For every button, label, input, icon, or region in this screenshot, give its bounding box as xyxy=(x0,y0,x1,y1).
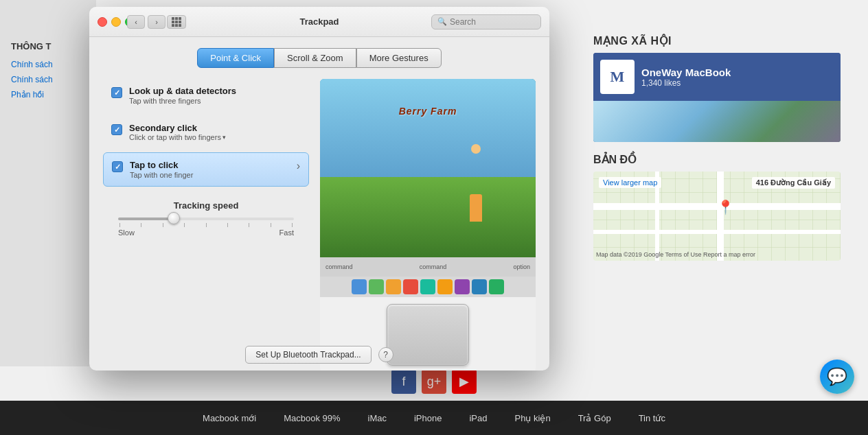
search-input[interactable] xyxy=(450,17,532,27)
option-lookup-title: Look up & data detectors xyxy=(129,86,236,96)
forward-arrow[interactable]: › xyxy=(148,15,165,29)
option-lookup-text: Look up & data detectors Tap with three … xyxy=(129,86,236,105)
slider-labels: Slow Fast xyxy=(118,228,294,237)
slider-thumb[interactable] xyxy=(168,212,180,224)
slider-slow-label: Slow xyxy=(118,228,135,237)
facebook-icon-button[interactable]: f xyxy=(391,369,416,394)
facebook-logo: M xyxy=(600,60,635,94)
map-pin: 📍 xyxy=(717,199,734,215)
footer-link-macbook-99[interactable]: Macbook 99% xyxy=(284,413,340,423)
checkbox-secondary[interactable]: ✓ xyxy=(111,124,122,135)
option-secondary-title: Secondary click xyxy=(129,123,226,133)
dock-icon-4 xyxy=(403,279,418,294)
tracking-section: Tracking speed xyxy=(103,200,309,237)
footer-link-macbook-moi[interactable]: Macbook mới xyxy=(203,413,256,423)
tab-point-click[interactable]: Point & Click xyxy=(197,48,274,68)
social-icons-strip: f g+ ▶ xyxy=(391,369,477,394)
tracking-label: Tracking speed xyxy=(111,200,301,211)
preview-menubar: command command option xyxy=(320,257,536,277)
sidebar-link-1[interactable]: Chính sách xyxy=(11,60,85,69)
option-tap-title: Tap to click xyxy=(130,160,193,170)
map-road-vertical xyxy=(717,172,724,261)
footer-link-iphone[interactable]: iPhone xyxy=(414,413,442,423)
option-lookup[interactable]: ✓ Look up & data detectors Tap with thre… xyxy=(103,79,309,112)
nav-arrows: ‹ › xyxy=(127,15,165,29)
checkbox-tap[interactable]: ✓ xyxy=(112,161,123,172)
option-tap-text: Tap to click Tap with one finger xyxy=(130,160,193,179)
dock-icon-3 xyxy=(386,279,401,294)
footer-link-ipad[interactable]: iPad xyxy=(469,413,487,423)
preview-dock xyxy=(320,277,536,297)
sidebar-link-2[interactable]: Chính sách xyxy=(11,75,85,84)
option-arrow-indicator: › xyxy=(297,160,300,172)
chevron-icon: ▾ xyxy=(222,134,226,141)
facebook-cover-photo xyxy=(593,101,841,142)
menu-command-right: command xyxy=(420,263,447,270)
trackpad-window: ‹ › Trackpad 🔍 Point & Click Scroll & Zo… xyxy=(89,7,549,371)
dock-icon-1 xyxy=(352,279,367,294)
close-button[interactable] xyxy=(98,17,107,27)
facebook-likes: 1,340 likes xyxy=(641,78,731,88)
window-title: Trackpad xyxy=(299,16,339,27)
search-bar[interactable]: 🔍 xyxy=(431,14,541,30)
berry-farm-text: Berry Farm xyxy=(399,106,457,117)
map-section-title: BẢN ĐỒ xyxy=(593,153,854,166)
facebook-info: OneWay MacBook 1,340 likes xyxy=(641,67,731,88)
option-secondary-desc[interactable]: Click or tap with two fingers ▾ xyxy=(129,133,226,141)
messenger-button[interactable]: 💬 xyxy=(820,360,854,394)
footer-link-phu-kien[interactable]: Phụ kiện xyxy=(515,413,551,423)
youtube-icon-button[interactable]: ▶ xyxy=(452,369,477,394)
back-arrow[interactable]: ‹ xyxy=(127,15,145,29)
search-icon: 🔍 xyxy=(437,17,447,26)
dock-icon-7 xyxy=(455,279,470,294)
content-area: ✓ Look up & data detectors Tap with thre… xyxy=(103,79,536,371)
map-address: 416 Đường Cầu Giấy xyxy=(752,177,835,189)
facebook-box[interactable]: M OneWay MacBook 1,340 likes 👍 Like Page… xyxy=(593,53,841,142)
dock-icon-5 xyxy=(420,279,435,294)
minimize-button[interactable] xyxy=(111,17,121,27)
tabs-container: Point & Click Scroll & Zoom More Gesture… xyxy=(103,48,536,68)
dock-icon-2 xyxy=(369,279,384,294)
option-secondary-click[interactable]: ✓ Secondary click Click or tap with two … xyxy=(103,116,309,148)
preview-screen: Berry Farm xyxy=(320,79,536,257)
map-footer: Map data ©2019 Google Terms of Use Repor… xyxy=(596,251,755,258)
tab-scroll-zoom[interactable]: Scroll & Zoom xyxy=(274,48,356,68)
tracking-slider[interactable]: Slow Fast xyxy=(111,217,301,237)
menu-command-left: command xyxy=(326,263,353,270)
window-bottom-bar: Set Up Bluetooth Trackpad... ? xyxy=(89,339,549,371)
googleplus-icon-button[interactable]: g+ xyxy=(422,369,446,394)
sidebar-title: THÔNG T xyxy=(11,41,85,51)
options-panel: ✓ Look up & data detectors Tap with thre… xyxy=(103,79,309,371)
map-view-larger-link[interactable]: View larger map xyxy=(599,177,661,188)
sidebar-link-3[interactable]: Phản hồi xyxy=(11,90,85,99)
slider-track xyxy=(118,217,294,220)
website-right-panel: MẠNG XÃ HỘI M OneWay MacBook 1,340 likes… xyxy=(593,34,854,261)
grid-button[interactable] xyxy=(167,15,186,29)
window-body: Point & Click Scroll & Zoom More Gesture… xyxy=(89,37,549,371)
checkbox-lookup[interactable]: ✓ xyxy=(111,87,122,98)
facebook-page-name: OneWay MacBook xyxy=(641,67,731,78)
help-button[interactable]: ? xyxy=(378,347,393,362)
setup-bluetooth-button[interactable]: Set Up Bluetooth Trackpad... xyxy=(245,346,371,364)
menu-option: option xyxy=(513,263,530,270)
slider-ticks xyxy=(118,223,294,227)
dock-icon-6 xyxy=(437,279,453,294)
website-sidebar: THÔNG T Chính sách Chính sách Phản hồi xyxy=(0,0,96,366)
option-lookup-desc: Tap with three fingers xyxy=(129,97,236,105)
dock-icon-8 xyxy=(472,279,487,294)
map-box[interactable]: 📍 View larger map 416 Đường Cầu Giấy Map… xyxy=(593,172,841,261)
footer-link-imac[interactable]: iMac xyxy=(368,413,387,423)
footer-link-tin-tuc[interactable]: Tin tức xyxy=(639,413,665,423)
option-tap-to-click[interactable]: ✓ Tap to click Tap with one finger › xyxy=(103,152,309,187)
option-secondary-text: Secondary click Click or tap with two fi… xyxy=(129,123,226,141)
social-section-title: MẠNG XÃ HỘI xyxy=(593,34,854,47)
tab-more-gestures[interactable]: More Gestures xyxy=(356,48,442,68)
preview-panel: Berry Farm command command option xyxy=(320,79,536,371)
footer-navigation: Macbook mới Macbook 99% iMac iPhone iPad… xyxy=(0,401,868,435)
option-tap-desc: Tap with one finger xyxy=(130,171,193,179)
footer-link-tra-gop[interactable]: Trả Góp xyxy=(578,413,611,423)
preview-person-body xyxy=(470,194,482,222)
slider-fast-label: Fast xyxy=(279,228,294,237)
preview-image: Berry Farm xyxy=(320,79,536,257)
dock-icon-9 xyxy=(489,279,504,294)
